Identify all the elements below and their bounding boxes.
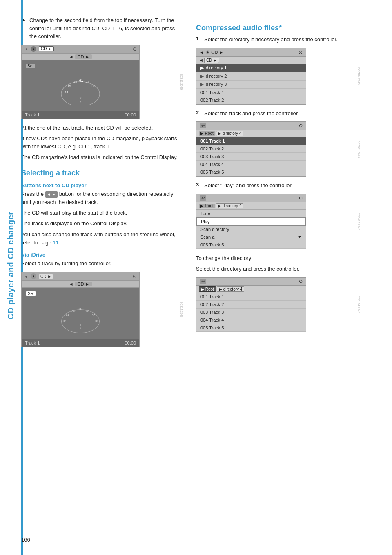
ctx-scroll-down: ▼ (298, 235, 302, 239)
svg-text:▼: ▼ (79, 96, 82, 100)
para-press-text: Press the (21, 191, 45, 197)
svg-text:15: 15 (67, 84, 71, 87)
time-label: 00:00 (125, 112, 136, 117)
dir-topbar: ◄ ● CD ► ⊙ (196, 48, 306, 57)
para-press: Press the ◄ ► button for the correspondi… (21, 190, 183, 206)
track-nav-row: ▶ Root ▶ directory 4 (196, 130, 306, 137)
step-5-block: 5. Change to the second field from the t… (21, 16, 183, 40)
ctx-play[interactable]: Play (196, 217, 306, 226)
step-2-text: Select the track and press the controlle… (204, 110, 299, 118)
final-item-3[interactable]: 004 Track 4 (196, 316, 306, 324)
svg-text:05: 05 (78, 307, 82, 311)
track-list-screen: ↩ ⊙ ▶ Root ▶ directory 4 001 Track 1 002… (196, 121, 306, 177)
step5-nav-row: ◄ CD ► (22, 54, 139, 60)
step-5-text: Change to the second field from the top … (29, 16, 183, 40)
idrive-screen-main: Set 02 03 04 05 06 07 08 ▼ (22, 288, 139, 339)
ctx-nav-root[interactable]: ▶ Root (199, 204, 215, 208)
svg-text:16: 16 (74, 80, 77, 83)
track-item-2[interactable]: 003 Track 3 (196, 153, 306, 161)
track-nav-dir4[interactable]: ▶ directory 4 (216, 131, 243, 136)
ctx-bottom-track: 005 Track 5 (196, 241, 306, 249)
final-topbar: ↩ ⊙ (196, 278, 306, 286)
final-item-2[interactable]: 003 Track 3 (196, 309, 306, 316)
dir-nav-row: ◄ CD ► (196, 57, 306, 64)
svg-text:▼: ▼ (79, 327, 82, 329)
step-2-block: 2. Select the track and press the contro… (196, 110, 360, 118)
idrive-nav-cd-label: CD ► (75, 282, 92, 286)
dir-item-1[interactable]: ▶ directory 2 (196, 72, 306, 81)
idrive-screen-bottom: Track 1 00:00 (22, 339, 139, 347)
svg-text:14: 14 (65, 90, 68, 94)
final-back-btn[interactable]: ↩ (200, 279, 206, 284)
dir-arrow-0: ▶ (200, 65, 204, 70)
svg-text:▼: ▼ (79, 100, 82, 103)
final-topbar-settings-icon: ⊙ (299, 279, 303, 284)
step-2-num: 2. (196, 110, 202, 118)
step5-screen-wrap: ◄ ● CD ► ⊙ ◄ CD ► Set (21, 45, 183, 119)
track-topbar-settings-icon: ⊙ (299, 123, 303, 128)
track-back-btn[interactable]: ↩ (200, 123, 206, 128)
dir-item-3[interactable]: 001 Track 1 (196, 89, 306, 96)
svg-text:02: 02 (86, 80, 89, 83)
topbar-settings-icon: ⊙ (133, 46, 137, 52)
final-nav-dir4[interactable]: ▶ directory 4 (217, 286, 244, 292)
dir-topbar-dot-icon: ● (206, 50, 209, 54)
right-column: Compressed audio files* 1. Select the di… (193, 16, 368, 539)
idrive-topbar-arrow-left: ◄ (24, 274, 28, 279)
idrive-dial-area: 02 03 04 05 06 07 08 ▼ ▼ (26, 298, 135, 336)
final-item-0[interactable]: 001 Track 1 (196, 293, 306, 301)
dir-item-2[interactable]: ▶ directory 3 (196, 81, 306, 89)
idrive-topbar-cd-label: CD ► (39, 274, 53, 279)
dir-topbar-settings-icon: ⊙ (298, 49, 303, 55)
step-1-text: Select the directory if necessary and pr… (204, 36, 338, 44)
dir-item-0[interactable]: ▶ directory 1 (196, 64, 306, 72)
svg-text:07: 07 (92, 314, 95, 317)
topbar-arrow-left: ◄ (24, 47, 28, 51)
step-3-text: Select "Play" and press the controller. (204, 181, 293, 190)
track-item-4[interactable]: 005 Track 5 (196, 168, 306, 176)
para-cd-start: The CD will start play at the start of t… (21, 209, 183, 217)
ctx-tone[interactable]: Tone (196, 210, 306, 217)
svg-text:08: 08 (95, 320, 98, 322)
idrive-time-label: 00:00 (125, 340, 136, 345)
step5-screen: ◄ ● CD ► ⊙ ◄ CD ► Set (21, 45, 140, 119)
para-track-displayed: The track is displayed on the Control Di… (21, 219, 183, 228)
note-new-cds: If new CDs have been placed in the CD ma… (21, 134, 183, 151)
dir-item-label-2: directory 3 (206, 82, 227, 87)
ctx-back-btn[interactable]: ↩ (200, 195, 206, 201)
idrive-topbar-cd-icon: ● (31, 273, 36, 279)
track-nav-root[interactable]: ▶ Root (199, 131, 215, 136)
final-nav-row: ▶ Root ▶ directory 4 (196, 286, 306, 293)
track-screen-wrap: ↩ ⊙ ▶ Root ▶ directory 4 001 Track 1 002… (196, 121, 360, 177)
idrive-track-label: Track 1 (25, 340, 40, 345)
final-nav-root[interactable]: ▶ Root (199, 286, 216, 292)
dial-svg: 14 15 16 01 02 03 ▼ ▼ (56, 72, 105, 105)
ctx-screen-watermark: EC3413.2049 (357, 213, 360, 230)
track-item-3[interactable]: 004 Track 4 (196, 161, 306, 168)
para-change-steering-text: You can also change the track with butto… (21, 231, 176, 246)
final-item-4[interactable]: 005 Track 5 (196, 324, 306, 332)
button-icon: ◄ ► (45, 191, 58, 198)
track-item-1[interactable]: 002 Track 2 (196, 145, 306, 153)
idrive-screen-watermark: EC314.2049 (180, 302, 183, 318)
nav-cd-label: CD ► (75, 54, 92, 59)
ctx-topbar-settings-icon: ⊙ (299, 195, 303, 201)
dir-item-4[interactable]: 002 Track 2 (196, 96, 306, 104)
dir-item-label-0: directory 1 (206, 65, 227, 70)
dir-screen-watermark: EC7NM.2049 (357, 67, 360, 85)
via-idrive-topbar: ◄ ● CD ► ⊙ (22, 272, 139, 281)
page-link[interactable]: 11 (53, 239, 58, 246)
final-item-1[interactable]: 002 Track 2 (196, 301, 306, 309)
ctx-nav-dir4[interactable]: ▶ directory 4 (216, 203, 243, 208)
svg-text:04: 04 (71, 310, 75, 313)
dir-topbar-arrow-left: ◄ (200, 50, 204, 55)
ctx-scan-directory[interactable]: Scan directory (196, 226, 306, 233)
idrive-dial-svg: 02 03 04 05 06 07 08 ▼ ▼ (56, 300, 105, 333)
dir-item-label-3: 001 Track 1 (200, 90, 224, 95)
screen1-watermark: EC311.2049 (180, 74, 183, 90)
dir-screen-wrap: ◄ ● CD ► ⊙ ◄ CD ► ▶ directory 1 ▶ (196, 48, 360, 105)
track-item-0[interactable]: 001 Track 1 (196, 137, 306, 145)
dir-topbar-left: ◄ ● CD ► (200, 50, 223, 55)
ctx-scan-all[interactable]: Scan all ▼ (196, 233, 306, 241)
step-3-num: 3. (196, 181, 202, 190)
